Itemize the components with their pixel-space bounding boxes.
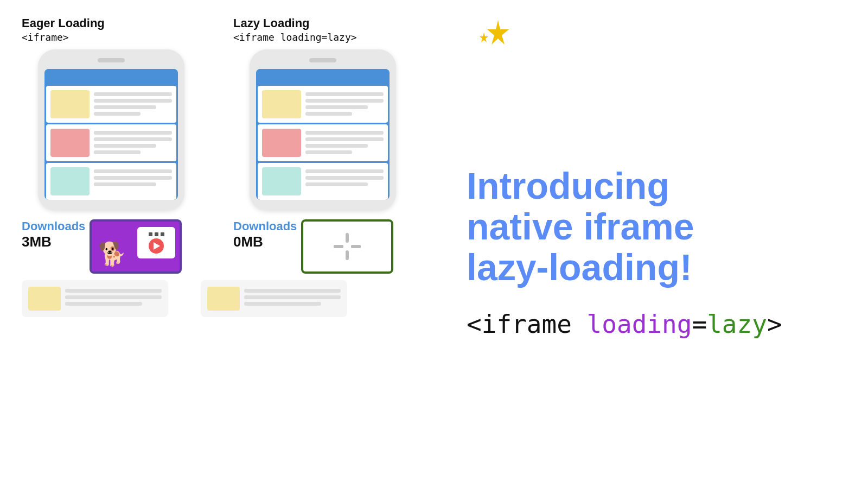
lazy-phone-header bbox=[256, 69, 390, 84]
lazy-downloads-label: Downloads bbox=[233, 219, 297, 233]
line bbox=[94, 112, 141, 116]
mini-card-image-2 bbox=[207, 287, 240, 311]
line bbox=[305, 144, 368, 148]
lazy-column: Lazy Loading <iframe loading=lazy> bbox=[233, 16, 412, 274]
intro-line2: native iframe bbox=[467, 206, 694, 247]
intro-line1: Introducing bbox=[467, 165, 669, 206]
lazy-label-area: Lazy Loading <iframe loading=lazy> bbox=[233, 16, 412, 43]
eager-label-area: Eager Loading <iframe> bbox=[22, 16, 201, 43]
below-phones-row bbox=[22, 280, 434, 317]
line bbox=[94, 176, 172, 180]
sparkle-area bbox=[472, 17, 515, 58]
eager-downloads-value: 3MB bbox=[22, 233, 52, 250]
line bbox=[305, 176, 384, 180]
eager-title: Eager Loading bbox=[22, 16, 201, 30]
eager-card-1 bbox=[46, 86, 176, 123]
video-icon-box bbox=[137, 227, 175, 258]
lazy-card-1 bbox=[258, 86, 388, 123]
code-snippet: <iframe loading=lazy> bbox=[467, 309, 846, 339]
eager-phone-screen bbox=[44, 69, 178, 200]
lazy-card-2 bbox=[258, 124, 388, 161]
video-dots-row bbox=[149, 232, 164, 236]
lazy-downloads-row: Downloads 0MB bbox=[233, 219, 412, 274]
line bbox=[94, 182, 156, 186]
lazy-card-3-lines bbox=[305, 167, 384, 186]
line bbox=[94, 99, 172, 103]
video-dot bbox=[149, 232, 152, 236]
play-triangle-icon bbox=[154, 242, 160, 250]
main-container: Eager Loading <iframe> bbox=[0, 0, 868, 499]
eager-downloads-label: Downloads bbox=[22, 219, 85, 233]
lazy-title: Lazy Loading bbox=[233, 16, 412, 30]
eager-column: Eager Loading <iframe> bbox=[22, 16, 201, 274]
lazy-downloads-info: Downloads 0MB bbox=[233, 219, 297, 250]
line bbox=[65, 302, 142, 306]
code-suffix: > bbox=[767, 309, 782, 339]
line bbox=[305, 99, 384, 103]
eager-phone-mockup bbox=[38, 49, 184, 211]
play-button bbox=[149, 238, 164, 254]
lazy-mini-card bbox=[201, 280, 347, 317]
lazy-card-2-lines bbox=[305, 129, 384, 154]
loading-spinner-svg bbox=[320, 228, 374, 266]
mini-card-image-1 bbox=[28, 287, 61, 311]
svg-line-5 bbox=[353, 243, 359, 250]
eager-mini-card bbox=[22, 280, 168, 317]
line bbox=[94, 131, 172, 135]
left-section: Eager Loading <iframe> bbox=[22, 16, 434, 483]
eager-downloads-info: Downloads 3MB bbox=[22, 219, 85, 250]
lazy-code: <iframe loading=lazy> bbox=[233, 31, 412, 43]
lazy-card-3 bbox=[258, 163, 388, 200]
line bbox=[94, 92, 172, 96]
line bbox=[305, 137, 384, 141]
line bbox=[305, 169, 384, 173]
eager-phone-header bbox=[44, 69, 178, 84]
code-equals: = bbox=[692, 309, 707, 339]
phone-speaker-lazy bbox=[309, 58, 336, 62]
svg-marker-9 bbox=[480, 33, 488, 42]
line bbox=[65, 289, 162, 293]
line bbox=[305, 150, 352, 154]
eager-card-2-image bbox=[50, 129, 90, 157]
lazy-iframe-preview bbox=[301, 219, 393, 274]
lazy-phone-mockup bbox=[250, 49, 396, 211]
line bbox=[305, 92, 384, 96]
line bbox=[65, 295, 162, 299]
line bbox=[244, 295, 341, 299]
line bbox=[94, 169, 172, 173]
lazy-phone-screen bbox=[256, 69, 390, 200]
right-section: Introducing native iframe lazy-loading! … bbox=[467, 16, 846, 483]
eager-card-1-lines bbox=[94, 90, 172, 116]
lazy-card-3-image bbox=[262, 167, 301, 195]
dog-icon: 🐕 bbox=[98, 241, 126, 267]
lazy-card-1-lines bbox=[305, 90, 384, 116]
line bbox=[244, 289, 341, 293]
eager-code: <iframe> bbox=[22, 31, 201, 43]
intro-line3: lazy-loading! bbox=[467, 247, 692, 288]
svg-line-7 bbox=[335, 243, 342, 250]
line bbox=[305, 182, 368, 186]
eager-card-3-lines bbox=[94, 167, 172, 186]
line bbox=[305, 131, 384, 135]
eager-card-2 bbox=[46, 124, 176, 161]
eager-card-2-lines bbox=[94, 129, 172, 154]
line bbox=[94, 144, 156, 148]
line bbox=[94, 105, 156, 109]
svg-marker-8 bbox=[487, 20, 509, 45]
eager-card-3-image bbox=[50, 167, 90, 195]
lazy-downloads-value: 0MB bbox=[233, 233, 263, 250]
eager-card-1-image bbox=[50, 90, 90, 118]
line bbox=[305, 105, 368, 109]
line bbox=[244, 302, 321, 306]
mini-card-lines-2 bbox=[244, 287, 341, 306]
video-dot bbox=[161, 232, 164, 236]
phone-speaker-eager bbox=[98, 58, 125, 62]
video-dot bbox=[155, 232, 158, 236]
intro-title: Introducing native iframe lazy-loading! bbox=[467, 166, 846, 287]
code-lazy-keyword: lazy bbox=[707, 309, 767, 339]
line bbox=[94, 150, 141, 154]
lazy-card-2-image bbox=[262, 129, 301, 157]
lazy-card-1-image bbox=[262, 90, 301, 118]
mini-card-lines-1 bbox=[65, 287, 162, 306]
eager-card-3 bbox=[46, 163, 176, 200]
